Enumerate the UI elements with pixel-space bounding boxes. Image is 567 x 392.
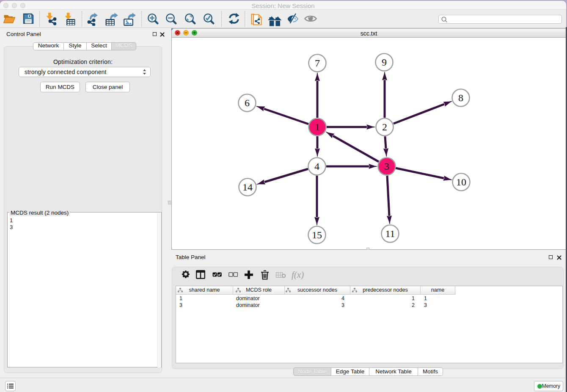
- svg-text:10: 10: [456, 177, 466, 188]
- svg-text:15: 15: [312, 229, 322, 240]
- svg-text:3: 3: [384, 161, 389, 172]
- svg-text:2: 2: [382, 121, 387, 133]
- svg-text:7: 7: [315, 58, 320, 69]
- svg-text:9: 9: [382, 57, 387, 68]
- svg-text:6: 6: [245, 97, 250, 108]
- svg-text:4: 4: [314, 161, 319, 172]
- svg-text:11: 11: [385, 228, 395, 239]
- svg-text:8: 8: [458, 92, 463, 103]
- svg-text:1: 1: [315, 121, 320, 133]
- svg-text:14: 14: [242, 182, 253, 193]
